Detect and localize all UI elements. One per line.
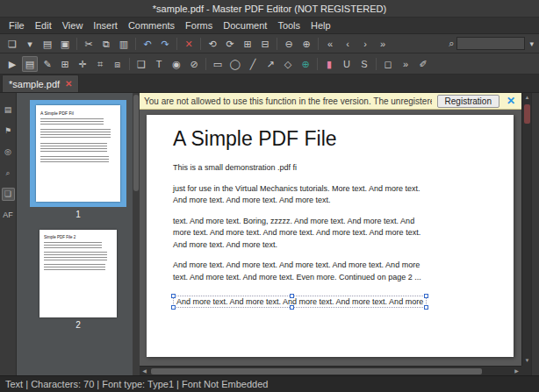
selected-text: And more text. And more text. And more t…: [176, 297, 423, 306]
status-bar: Text | Characters: 70 | Font type: Type1…: [0, 375, 539, 392]
highlight-tool-button[interactable]: ▮: [321, 56, 337, 72]
thumbnail-2-title: Simple PDF File 2: [44, 235, 112, 239]
rectangle-tool-button[interactable]: ▭: [210, 56, 226, 72]
rotate-right-button[interactable]: ⟳: [222, 36, 238, 52]
rotate-left-button[interactable]: ⟲: [205, 36, 220, 52]
document-paragraph: just for use in the Virtual Mechanics tu…: [173, 183, 429, 207]
cut-button[interactable]: ✂: [81, 36, 97, 52]
thumbnails-scrollbar[interactable]: [133, 93, 140, 375]
menu-item[interactable]: Tools: [272, 18, 305, 34]
attachments-panel-button[interactable]: ◎: [2, 146, 15, 159]
menu-item[interactable]: File: [4, 18, 30, 34]
menu-item[interactable]: Document: [218, 18, 272, 34]
toolbar-divider: [205, 58, 206, 70]
main-area: ▤⚑◎⌕❏AF A Simple PDF Fil 1 Simple PDF Fi…: [0, 93, 539, 375]
search-input[interactable]: [456, 37, 525, 50]
zoom-out-button[interactable]: ⊖: [281, 36, 297, 52]
new-document-button[interactable]: ❏: [4, 36, 20, 52]
search-panel-button[interactable]: ⌕: [2, 167, 15, 180]
scroll-right-icon[interactable]: ▶: [512, 367, 521, 376]
zoom-in-button[interactable]: ⊕: [298, 36, 314, 52]
tab-close-icon[interactable]: ✕: [65, 79, 72, 89]
search-options-dropdown[interactable]: ▾: [528, 39, 535, 48]
thumbnails-panel-button[interactable]: ▤: [2, 103, 15, 117]
save-button[interactable]: ▣: [57, 36, 73, 52]
scroll-down-icon[interactable]: ▼: [522, 356, 532, 366]
vertical-scrollbar[interactable]: ▲ ▼: [521, 93, 531, 366]
scroll-up-icon[interactable]: ▲: [522, 93, 532, 103]
strikeout-tool-button[interactable]: S: [356, 56, 372, 72]
insert-page-button[interactable]: ⊞: [240, 36, 255, 52]
license-notification-bar: You are not allowed to use this function…: [140, 93, 521, 110]
polygon-tool-button[interactable]: ◇: [280, 56, 296, 72]
form-fields-panel-button[interactable]: AF: [2, 209, 15, 222]
bookmarks-panel-button[interactable]: ⚑: [2, 125, 15, 138]
thumbnail-page-2[interactable]: Simple PDF File 2: [40, 230, 117, 317]
arrow-tool-button[interactable]: ↗: [262, 56, 278, 72]
underline-tool-button[interactable]: U: [339, 56, 355, 72]
open-file-button[interactable]: ▤: [40, 36, 55, 52]
redo-button[interactable]: ↷: [157, 36, 173, 52]
next-page-button[interactable]: ›: [357, 36, 373, 52]
edit-document-button[interactable]: ▤: [22, 56, 38, 72]
menu-item[interactable]: Comments: [123, 18, 180, 34]
toolbar-overflow-button[interactable]: »: [398, 56, 413, 72]
thumbnails-scrollbar-thumb[interactable]: [133, 95, 139, 191]
menu-item[interactable]: Insert: [88, 18, 123, 34]
pen-tool-button[interactable]: ✐: [415, 56, 431, 72]
notification-close-icon[interactable]: ✕: [505, 95, 517, 107]
menu-item[interactable]: View: [57, 18, 89, 34]
selection-handle[interactable]: [171, 294, 176, 298]
selection-handle[interactable]: [290, 294, 294, 298]
select-tool-button[interactable]: ▶: [4, 56, 20, 72]
add-shape-button[interactable]: ⊕: [298, 56, 313, 72]
delete-button[interactable]: ✕: [181, 36, 197, 52]
hand-tool-button[interactable]: ✛: [75, 56, 90, 72]
prev-page-button[interactable]: ‹: [340, 36, 356, 52]
app-window: *sample.pdf - Master PDF Editor (NOT REG…: [0, 0, 539, 392]
line-tool-button[interactable]: ╱: [245, 56, 261, 72]
scroll-left-icon[interactable]: ◀: [140, 367, 149, 376]
tab-sample-pdf[interactable]: *sample.pdf ✕: [2, 75, 79, 92]
new-document-dropdown[interactable]: ▾: [22, 36, 38, 52]
page-number-1[interactable]: 1: [75, 210, 81, 219]
attach-annotation-button[interactable]: ⊘: [186, 56, 202, 72]
page-number-2[interactable]: 2: [75, 320, 81, 330]
form-editor-button[interactable]: ⊞: [57, 56, 73, 72]
thumbnail-page-1[interactable]: A Simple PDF Fil: [30, 100, 126, 207]
first-page-button[interactable]: «: [322, 36, 338, 52]
last-page-button[interactable]: »: [375, 36, 391, 52]
eraser-tool-button[interactable]: ◻: [380, 56, 396, 72]
menu-item[interactable]: Forms: [180, 18, 218, 34]
text-box-button[interactable]: T: [151, 56, 167, 72]
selection-handle[interactable]: [424, 294, 428, 298]
toolbar-divider: [376, 58, 377, 70]
stamp-button[interactable]: ◉: [169, 56, 184, 72]
edit-text-button[interactable]: ✎: [40, 56, 55, 72]
menu-item[interactable]: Edit: [30, 18, 57, 34]
layers-panel-button[interactable]: ❏: [2, 188, 15, 201]
copy-button[interactable]: ⧉: [98, 36, 114, 52]
toolbar-divider: [317, 58, 318, 70]
pdf-page[interactable]: A Simple PDF File This is a small demons…: [147, 115, 514, 357]
delete-page-button[interactable]: ⊟: [257, 36, 273, 52]
selection-handle[interactable]: [424, 305, 428, 310]
selection-handle[interactable]: [171, 305, 176, 310]
horizontal-scrollbar-thumb[interactable]: [151, 368, 482, 374]
selected-text-object[interactable]: And more text. And more text. And more t…: [173, 296, 427, 308]
toolbar-search: ⌕ ▾: [449, 37, 535, 50]
paste-button[interactable]: ▥: [116, 36, 132, 52]
crop-tool-button[interactable]: ⌗: [92, 56, 108, 72]
undo-button[interactable]: ↶: [140, 36, 155, 52]
notification-message: You are not allowed to use this function…: [144, 96, 432, 106]
sticky-note-button[interactable]: ❑: [133, 56, 149, 72]
selection-handle[interactable]: [290, 305, 294, 310]
horizontal-scrollbar[interactable]: ◀ ▶: [140, 366, 521, 375]
ellipse-tool-button[interactable]: ◯: [227, 56, 243, 72]
menu-item[interactable]: Help: [305, 18, 336, 34]
document-paragraph: And more text. And more text. And more t…: [173, 260, 429, 283]
vertical-scrollbar-thumb[interactable]: [524, 104, 530, 124]
side-panel-strip: ▤⚑◎⌕❏AF: [0, 93, 17, 375]
snapshot-tool-button[interactable]: ⧈: [110, 56, 126, 72]
registration-button[interactable]: Registration: [437, 95, 499, 108]
